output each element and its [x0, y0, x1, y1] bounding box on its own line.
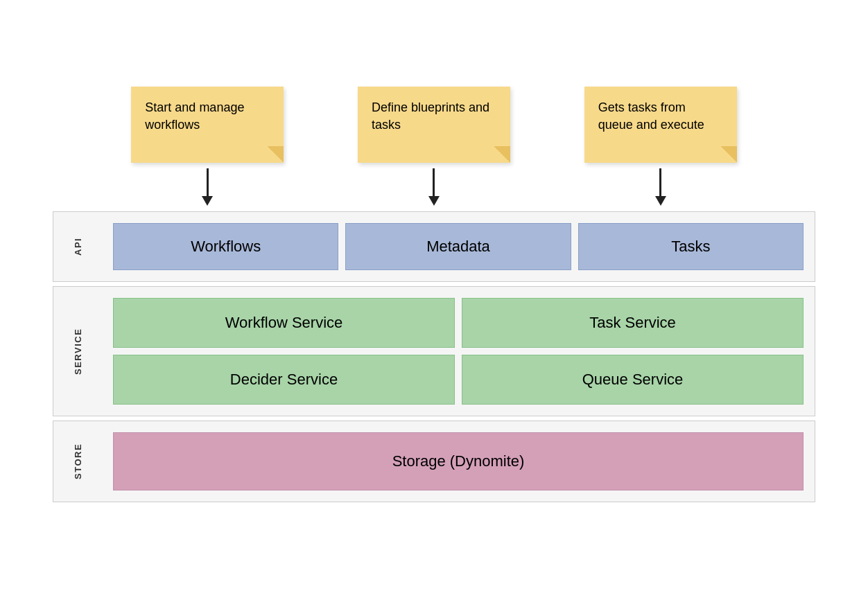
service-layer-content: Workflow Service Task Service Decider Se… — [102, 287, 815, 416]
service-layer-label: SERVICE — [53, 287, 102, 416]
arrow-tasks-container — [584, 168, 737, 206]
arrow-workflows-container — [131, 168, 284, 206]
service-box-workflow: Workflow Service — [113, 298, 455, 348]
arrow-shaft — [433, 168, 435, 196]
sticky-notes-row: Start and manage workflows Define bluepr… — [53, 87, 815, 163]
service-box-decider: Decider Service — [113, 355, 455, 405]
service-row-2: Decider Service Queue Service — [113, 355, 804, 405]
arrow-head — [202, 196, 213, 206]
arrow-metadata — [428, 168, 440, 206]
api-layer-content: Workflows Metadata Tasks — [102, 212, 815, 281]
store-layer-content: Storage (Dynomite) — [102, 421, 815, 502]
store-layer: STORE Storage (Dynomite) — [53, 421, 815, 502]
sticky-note-tasks-text: Gets tasks from queue and execute — [598, 100, 704, 132]
api-layer: API Workflows Metadata Tasks — [53, 211, 815, 282]
arrow-head — [428, 196, 440, 206]
api-layer-label: API — [53, 212, 102, 281]
service-box-queue: Queue Service — [462, 355, 804, 405]
store-layer-label: STORE — [53, 421, 102, 502]
sticky-note-metadata: Define blueprints and tasks — [358, 87, 510, 163]
service-row-1: Workflow Service Task Service — [113, 298, 804, 348]
arrow-shaft — [207, 168, 209, 196]
store-box-dynomite: Storage (Dynomite) — [113, 432, 804, 490]
api-box-workflows: Workflows — [113, 223, 338, 270]
service-box-task: Task Service — [462, 298, 804, 348]
sticky-note-workflows: Start and manage workflows — [131, 87, 284, 163]
arrow-metadata-container — [358, 168, 510, 206]
arrow-shaft — [659, 168, 661, 196]
arrows-row — [53, 163, 815, 211]
api-box-metadata: Metadata — [345, 223, 571, 270]
api-boxes-row: Workflows Metadata Tasks — [113, 223, 804, 270]
api-box-tasks: Tasks — [578, 223, 804, 270]
sticky-note-metadata-text: Define blueprints and tasks — [372, 100, 489, 132]
arrow-head — [655, 196, 666, 206]
arrow-tasks — [655, 168, 666, 206]
service-layer: SERVICE Workflow Service Task Service De… — [53, 286, 815, 416]
sticky-note-tasks: Gets tasks from queue and execute — [584, 87, 737, 163]
arrow-workflows — [202, 168, 213, 206]
architecture-diagram: Start and manage workflows Define bluepr… — [53, 87, 815, 506]
sticky-note-workflows-text: Start and manage workflows — [145, 100, 244, 132]
